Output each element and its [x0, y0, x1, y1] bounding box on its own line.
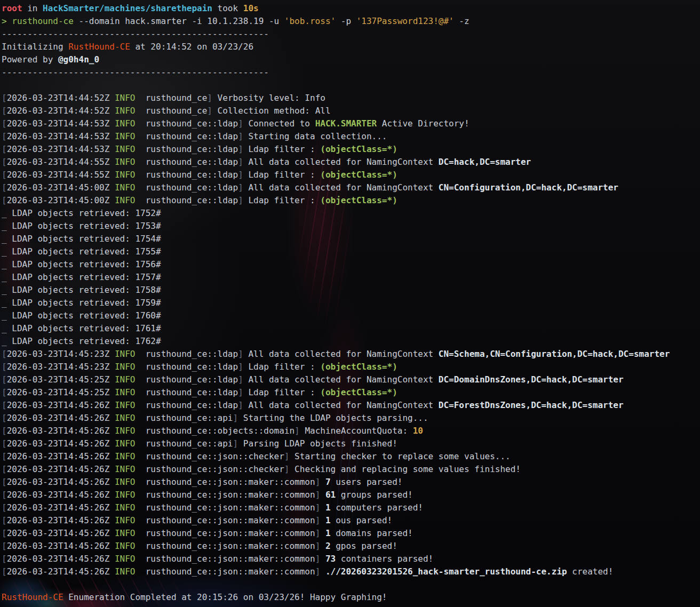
log-line: [2026-03-23T14:44:52Z INFO rusthound_ce]… [2, 92, 700, 105]
seg-b: ] [238, 182, 243, 193]
banner-powered-line: Powered by @g0h4n_0 [2, 53, 700, 66]
seg-i: INFO [115, 118, 136, 129]
seg-t: All data collected for NamingContext [248, 349, 438, 359]
seg-t: MachineAccountQuota: [305, 426, 412, 436]
seg-o: RustHound-CE [2, 592, 63, 602]
seg-b: [ [2, 554, 7, 564]
seg-t: rusthound_ce::ldap [135, 362, 238, 372]
seg-t: in [22, 3, 43, 13]
seg-wb: CN=Configuration,DC=hack,DC=smarter [439, 182, 618, 193]
seg-t: 2026-03-23T14:45:26Z [7, 451, 115, 461]
seg-t: 2026-03-23T14:44:55Z [7, 157, 115, 167]
seg-b: [ [2, 170, 7, 180]
terminal-window: root in HackSmarter/machines/sharethepai… [0, 0, 700, 607]
seg-t: rusthound_ce::ldap [135, 131, 238, 141]
seg-b: ] [238, 131, 243, 141]
blank-line [2, 79, 700, 92]
seg-t: 2026-03-23T14:45:00Z [7, 195, 115, 205]
log-line: [2026-03-23T14:44:53Z INFO rusthound_ce:… [2, 117, 700, 130]
seg-t: 2026-03-23T14:45:26Z [7, 541, 115, 551]
seg-t [243, 400, 249, 410]
log-line: [2026-03-23T14:45:26Z INFO rusthound_ce:… [2, 437, 700, 450]
seg-b: ] [238, 362, 243, 372]
seg-t: ous parsed! [331, 515, 393, 525]
seg-t: rusthound_ce::json::maker::common [135, 477, 315, 487]
seg-gb: (objectClass=*) [320, 362, 397, 372]
seg-b: [ [2, 374, 7, 385]
log-line: [2026-03-23T14:45:26Z INFO rusthound_ce:… [2, 399, 700, 412]
seg-t: rusthound_ce [135, 93, 207, 103]
seg-i: INFO [115, 387, 136, 397]
seg-t: 2026-03-23T14:45:25Z [7, 374, 115, 385]
seg-b: [ [2, 502, 7, 513]
seg-gb: (objectClass=*) [320, 387, 397, 397]
seg-t: Enumeration Completed at 20:15:26 on 03/… [63, 592, 387, 602]
seg-wb: 73 [325, 554, 336, 564]
seg-b: ] [233, 438, 238, 449]
seg-b: ] [233, 413, 238, 423]
seg-b: ] [238, 157, 243, 167]
log-line: [2026-03-23T14:45:26Z INFO rusthound_ce:… [2, 540, 700, 553]
log-line: [2026-03-23T14:45:00Z INFO rusthound_ce:… [2, 181, 700, 194]
completion-line: RustHound-CE Enumeration Completed at 20… [2, 591, 700, 604]
seg-t: rusthound_ce::json::checker [135, 451, 284, 461]
seg-b: [ [2, 362, 7, 372]
seg-b: [ [2, 195, 7, 205]
seg-b: [ [2, 541, 7, 551]
seg-t: rusthound_ce::ldap [135, 374, 238, 385]
seg-t: Starting checker to replace some values.… [295, 451, 511, 461]
log-line: [2026-03-23T14:44:53Z INFO rusthound_ce:… [2, 143, 700, 156]
banner-init-line: Initializing RustHound-CE at 20:14:52 on… [2, 41, 700, 53]
seg-t: rusthound_ce [135, 106, 207, 116]
seg-b: ] [238, 400, 243, 410]
seg-b: ] [238, 170, 243, 180]
seg-t: All data collected for NamingContext [248, 374, 438, 385]
seg-i: INFO [115, 541, 136, 551]
seg-t: rusthound_ce::json::maker::common [135, 502, 315, 513]
seg-t [212, 93, 218, 103]
log-line: [2026-03-23T14:45:26Z INFO rusthound_ce:… [2, 489, 700, 501]
seg-t: rusthound_ce::json::maker::common [135, 490, 315, 500]
seg-b: ] [315, 502, 321, 513]
seg-t [238, 438, 243, 449]
seg-wb: DC=DomainDnsZones,DC=hack,DC=smarter [439, 374, 624, 385]
seg-i: INFO [115, 515, 136, 525]
ldap-progress-line: _ LDAP objects retrieved: 1752# [2, 207, 700, 220]
seg-i: INFO [115, 93, 136, 103]
seg-wb: 1 [325, 515, 331, 525]
log-line: [2026-03-23T14:45:00Z INFO rusthound_ce:… [2, 194, 700, 207]
seg-t: -z [454, 16, 470, 26]
log-line: [2026-03-23T14:45:26Z INFO rusthound_ce:… [2, 553, 700, 565]
log-line: [2026-03-23T14:45:23Z INFO rusthound_ce:… [2, 361, 700, 373]
terminal-output: root in HackSmarter/machines/sharethepai… [0, 0, 700, 604]
seg-t: rusthound_ce::json::maker::common [135, 541, 315, 551]
log-line: [2026-03-23T14:45:26Z INFO rusthound_ce:… [2, 450, 700, 463]
seg-t [289, 451, 295, 461]
seg-t: rusthound_ce::json::maker::common [135, 566, 315, 577]
seg-t: All data collected for NamingContext [248, 400, 438, 410]
seg-t: Ldap filter : [248, 195, 320, 205]
seg-b: [ [2, 515, 7, 525]
seg-b: [ [2, 387, 7, 397]
seg-b: ] [315, 554, 321, 564]
seg-t: All data collected for NamingContext [248, 182, 438, 193]
seg-b: [ [2, 144, 7, 154]
seg-t: --domain hack.smarter -i 10.1.238.19 -u [74, 16, 284, 26]
log-line: [2026-03-23T14:44:55Z INFO rusthound_ce:… [2, 169, 700, 181]
seg-t: rusthound_ce::api [135, 438, 233, 449]
seg-t: _ LDAP objects retrieved: 1754# [2, 234, 161, 244]
seg-t: rusthound_ce::objects::domain [135, 426, 295, 436]
seg-b: [ [2, 438, 7, 449]
seg-b: [ [2, 464, 7, 474]
seg-t [243, 195, 249, 205]
seg-t: -p [336, 16, 356, 26]
ldap-progress-line: _ LDAP objects retrieved: 1759# [2, 297, 700, 309]
seg-t: Starting data collection... [248, 131, 387, 141]
seg-t: users parsed! [331, 477, 403, 487]
seg-wb: CN=Schema,CN=Configuration,DC=hack,DC=sm… [439, 349, 670, 359]
seg-i: INFO [115, 477, 136, 487]
seg-t: _ LDAP objects retrieved: 1762# [2, 336, 161, 346]
seg-i: INFO [115, 362, 136, 372]
seg-b: ] [238, 118, 243, 129]
seg-t: 2026-03-23T14:45:23Z [7, 349, 115, 359]
